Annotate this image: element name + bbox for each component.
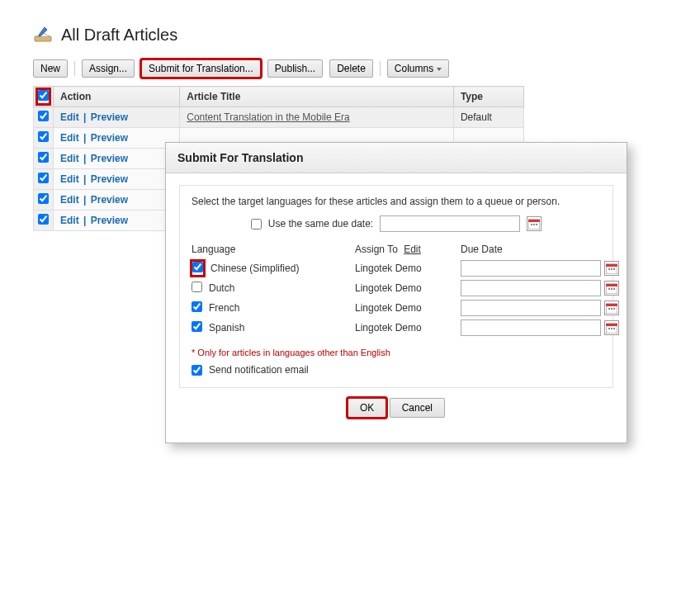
article-title-link[interactable]: Content Translation in the Mobile Era: [187, 111, 349, 123]
due-date-input[interactable]: [461, 260, 601, 277]
table-row: Edit | PreviewContent Translation in the…: [34, 107, 524, 128]
col-assign: Assign To Edit: [355, 244, 454, 257]
row-checkbox[interactable]: [38, 173, 49, 183]
svg-rect-12: [606, 284, 617, 286]
columns-button[interactable]: Columns: [387, 59, 449, 78]
svg-rect-9: [611, 268, 612, 270]
preview-link[interactable]: Preview: [91, 111, 128, 123]
action-sep: |: [81, 132, 89, 144]
assign-value: Lingotek Demo: [355, 302, 454, 314]
language-label: Dutch: [209, 282, 234, 294]
col-due: Due Date: [461, 244, 619, 257]
action-sep: |: [81, 111, 89, 123]
same-due-date-label: Use the same due date:: [268, 218, 373, 230]
ok-button[interactable]: OK: [348, 398, 386, 418]
submit-translation-button[interactable]: Submit for Translation...: [141, 59, 261, 78]
action-sep: |: [81, 173, 89, 185]
edit-link[interactable]: Edit: [60, 173, 79, 185]
submit-translation-dialog: Submit For Translation Select the target…: [165, 142, 627, 443]
due-date-input[interactable]: [461, 280, 601, 296]
svg-rect-18: [608, 308, 610, 310]
row-checkbox[interactable]: [38, 131, 49, 142]
preview-link[interactable]: Preview: [91, 153, 128, 164]
svg-rect-22: [606, 324, 617, 326]
svg-rect-0: [35, 36, 51, 41]
col-language: Language: [192, 244, 348, 257]
toolbar: New Assign... Submit for Translation... …: [33, 59, 667, 78]
language-checkbox[interactable]: [192, 282, 202, 292]
due-date-input[interactable]: [461, 300, 601, 316]
svg-rect-7: [606, 264, 617, 267]
preview-link[interactable]: Preview: [91, 194, 128, 206]
publish-button[interactable]: Publish...: [267, 59, 323, 78]
svg-rect-14: [611, 288, 612, 290]
assign-edit-link[interactable]: Edit: [404, 244, 421, 255]
row-checkbox[interactable]: [38, 193, 49, 204]
calendar-icon[interactable]: [604, 300, 619, 315]
assign-button[interactable]: Assign...: [82, 59, 135, 78]
assign-value: Lingotek Demo: [355, 282, 454, 294]
action-sep: |: [81, 215, 89, 226]
edit-link[interactable]: Edit: [60, 153, 79, 164]
row-checkbox[interactable]: [38, 152, 49, 163]
new-button[interactable]: New: [33, 59, 68, 78]
svg-rect-8: [608, 268, 610, 270]
notebook-icon: [33, 25, 53, 45]
svg-rect-5: [536, 224, 537, 225]
calendar-icon[interactable]: [604, 261, 619, 276]
assign-value: Lingotek Demo: [355, 322, 454, 334]
col-type: Type: [453, 87, 523, 107]
svg-rect-24: [611, 328, 612, 329]
edit-link[interactable]: Edit: [60, 194, 79, 206]
row-checkbox[interactable]: [38, 111, 49, 121]
page-title: All Draft Articles: [61, 26, 177, 45]
edit-link[interactable]: Edit: [60, 215, 79, 226]
cancel-button[interactable]: Cancel: [390, 398, 445, 418]
svg-rect-25: [613, 328, 615, 329]
dialog-title: Submit For Translation: [166, 143, 627, 173]
svg-rect-20: [613, 308, 615, 310]
preview-link[interactable]: Preview: [91, 215, 128, 226]
row-checkbox[interactable]: [38, 214, 49, 225]
dialog-instructions: Select the target languages for these ar…: [192, 196, 601, 207]
svg-rect-4: [533, 224, 535, 225]
assign-value: Lingotek Demo: [355, 263, 454, 274]
due-date-input[interactable]: [461, 319, 601, 336]
action-sep: |: [81, 194, 89, 206]
svg-rect-10: [613, 268, 615, 270]
svg-rect-3: [531, 224, 532, 225]
svg-rect-2: [528, 220, 540, 222]
edit-link[interactable]: Edit: [60, 111, 79, 123]
language-checkbox[interactable]: [192, 301, 202, 312]
calendar-icon[interactable]: [527, 216, 542, 231]
col-title: Article Title: [180, 87, 454, 107]
svg-rect-17: [606, 304, 617, 306]
svg-rect-23: [608, 328, 610, 329]
same-due-date-input[interactable]: [380, 215, 520, 232]
language-label: Chinese (Simplified): [210, 263, 299, 274]
type-cell: Default: [453, 107, 523, 128]
svg-rect-13: [608, 288, 610, 290]
select-all-checkbox[interactable]: [38, 90, 49, 101]
language-checkbox[interactable]: [192, 262, 203, 272]
col-action: Action: [54, 87, 180, 107]
delete-button[interactable]: Delete: [329, 59, 373, 78]
send-notification-label: Send notification email: [209, 364, 309, 376]
svg-rect-15: [613, 288, 615, 290]
language-checkbox[interactable]: [192, 321, 202, 332]
language-label: Spanish: [209, 322, 244, 334]
preview-link[interactable]: Preview: [91, 132, 128, 144]
same-due-date-checkbox[interactable]: [251, 219, 262, 230]
preview-link[interactable]: Preview: [91, 173, 128, 185]
calendar-icon[interactable]: [604, 320, 619, 335]
toolbar-divider: [380, 61, 381, 76]
toolbar-divider: [74, 61, 75, 76]
svg-rect-19: [611, 308, 612, 310]
note-other-language: * Only for articles in languages other t…: [192, 348, 601, 357]
action-sep: |: [81, 153, 89, 164]
send-notification-checkbox[interactable]: [192, 365, 202, 376]
language-label: French: [209, 302, 239, 314]
edit-link[interactable]: Edit: [60, 132, 79, 144]
calendar-icon[interactable]: [604, 281, 619, 296]
